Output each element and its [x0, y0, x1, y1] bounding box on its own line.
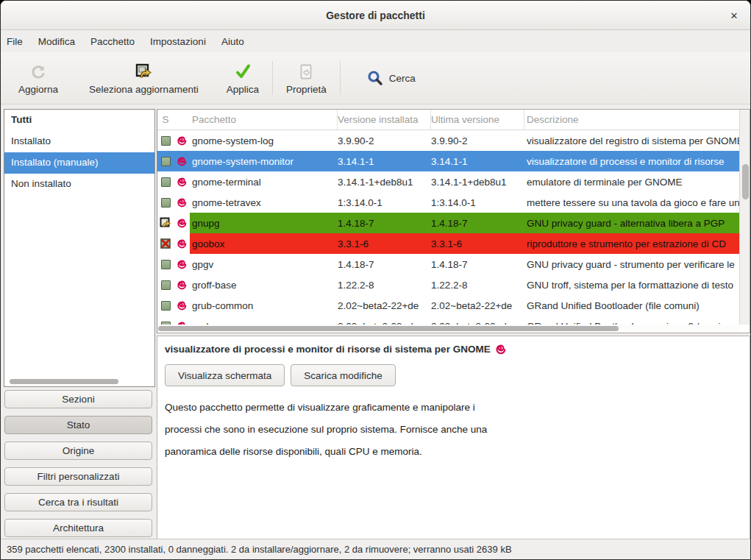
status-cell[interactable] [157, 213, 174, 233]
debian-swirl-icon [177, 238, 187, 249]
origin-cell [174, 274, 190, 295]
origin-cell [174, 233, 190, 254]
filter-list: Tutti Installato Installato (manuale) No… [4, 109, 155, 387]
package-table: S Pacchetto Versione installata Ultima v… [157, 109, 750, 333]
get-screenshot-button[interactable]: Visualizza schermata [165, 364, 285, 386]
search-button[interactable]: Cerca [357, 60, 426, 96]
status-cell[interactable] [157, 171, 174, 192]
filter-item-installato[interactable]: Installato [4, 131, 154, 152]
latest-version: 2.02~beta2-22+de [431, 316, 524, 325]
installed-version: 3.3.1-6 [338, 233, 431, 254]
filter-list-hscrollbar[interactable] [10, 379, 118, 384]
table-row[interactable]: gnome-terminal 3.14.1-1+deb8u1 3.14.1-1+… [157, 171, 739, 192]
vertical-scrollbar-thumb[interactable] [742, 164, 749, 199]
column-header-package[interactable]: Pacchetto [190, 110, 338, 130]
menu-modifica[interactable]: Modifica [38, 36, 75, 47]
custom-filters-button[interactable]: Filtri personalizzati [4, 467, 152, 486]
filter-item-tutti[interactable]: Tutti [4, 110, 154, 131]
package-name: gnome-terminal [190, 171, 338, 192]
details-description: Questo pacchetto permette di visualizzar… [165, 397, 750, 463]
column-header-origin[interactable] [174, 110, 190, 130]
table-row[interactable]: gpgv 1.4.18-7 1.4.18-7 GNU privacy guard… [157, 254, 739, 274]
status-button[interactable]: Stato [4, 416, 152, 434]
installed-status-icon [161, 136, 171, 146]
table-row[interactable]: gnome-system-log 3.9.90-2 3.9.90-2 visua… [157, 130, 739, 151]
details-title: visualizzatore di processi e monitor di … [165, 344, 491, 355]
latest-version: 1.22.2-8 [431, 274, 524, 295]
package-details-panel: visualizzatore di processi e monitor di … [157, 336, 750, 539]
table-row-marked-removal[interactable]: goobox 3.3.1-6 3.3.1-6 riproduttore e st… [157, 233, 739, 254]
origin-cell [174, 192, 190, 213]
filter-item-non-installato[interactable]: Non installato [4, 174, 154, 195]
apply-button[interactable]: Applica [218, 56, 268, 100]
filter-item-installato-manuale[interactable]: Installato (manuale) [4, 152, 154, 174]
column-header-description[interactable]: Descrizione [524, 110, 739, 130]
package-description: GNU privacy guard - strumento per verifi… [524, 254, 739, 274]
menu-pacchetto[interactable]: Pacchetto [90, 36, 135, 47]
reinstall-status-icon [160, 217, 171, 229]
debian-swirl-icon [177, 177, 187, 187]
table-vertical-scrollbar[interactable] [739, 110, 750, 325]
status-cell[interactable] [157, 192, 174, 213]
horizontal-scrollbar-thumb[interactable] [158, 326, 619, 331]
menu-impostazioni[interactable]: Impostazioni [150, 36, 206, 47]
debian-swirl-icon [177, 197, 187, 208]
latest-version: 3.9.90-2 [431, 130, 524, 151]
description-line: panoramica delle risorse disponibili, qu… [165, 441, 750, 463]
column-header-status[interactable]: S [157, 110, 174, 130]
menu-aiuto[interactable]: Aiuto [221, 36, 244, 47]
details-title-row: visualizzatore di processi e monitor di … [165, 344, 750, 355]
reload-button[interactable]: Aggiorna [10, 56, 67, 100]
mark-all-upgrades-button[interactable]: Seleziona aggiornamenti [80, 56, 207, 100]
installed-status-icon [161, 280, 171, 290]
close-icon[interactable]: ✕ [725, 1, 743, 30]
latest-version: 1.4.18-7 [431, 254, 524, 274]
table-row-selected[interactable]: gnome-system-monitor 3.14.1-1 3.14.1-1 v… [157, 151, 739, 171]
properties-button[interactable]: Proprietà [277, 56, 335, 100]
sections-button[interactable]: Sezioni [4, 390, 152, 408]
status-cell[interactable] [157, 254, 174, 274]
package-name: gnupg [190, 213, 338, 233]
latest-version: 3.3.1-6 [431, 233, 524, 254]
status-cell[interactable] [157, 295, 174, 316]
table-row[interactable]: gnome-tetravex 1:3.14.0-1 1:3.14.0-1 met… [157, 192, 739, 213]
status-cell[interactable] [157, 151, 174, 171]
properties-icon [297, 62, 315, 81]
package-name: grub-pc [190, 316, 338, 325]
latest-version: 3.14.1-1+deb8u1 [431, 171, 524, 192]
installed-status-icon [161, 260, 171, 269]
latest-version: 1:3.14.0-1 [431, 192, 524, 213]
origin-button[interactable]: Origine [4, 442, 152, 460]
table-row[interactable]: groff-base 1.22.2-8 1.22.2-8 GNU troff, … [157, 274, 739, 295]
mark-upgrades-icon [134, 62, 153, 81]
table-horizontal-scrollbar[interactable] [157, 325, 739, 333]
refresh-icon [29, 62, 47, 81]
installed-version: 1.22.2-8 [338, 274, 431, 295]
status-cell[interactable] [157, 130, 174, 151]
toolbar-separator [272, 61, 273, 95]
status-cell[interactable] [157, 233, 174, 254]
column-header-latest-version[interactable]: Ultima versione [431, 110, 524, 130]
package-name: gnome-system-log [190, 130, 338, 151]
package-name: groff-base [190, 274, 338, 295]
latest-version: 1.4.18-7 [431, 213, 524, 233]
origin-cell [174, 171, 190, 192]
menu-file[interactable]: File [7, 36, 23, 47]
table-row[interactable]: grub-common 2.02~beta2-22+de 2.02~beta2-… [157, 295, 739, 316]
search-results-button[interactable]: Cerca tra i risultati [4, 493, 152, 511]
table-row-marked-reinstall[interactable]: gnupg 1.4.18-7 1.4.18-7 GNU privacy guar… [157, 213, 739, 233]
architecture-button[interactable]: Architettura [4, 519, 152, 537]
installed-status-icon [161, 198, 171, 208]
get-changelog-button[interactable]: Scarica modifiche [291, 364, 396, 386]
installed-status-icon [161, 157, 171, 166]
latest-version: 3.14.1-1 [431, 151, 524, 171]
debian-swirl-icon [177, 259, 187, 269]
table-row[interactable]: grub-pc 2.02~beta2-22+de 2.02~beta2-22+d… [157, 316, 739, 325]
installed-status-icon [161, 301, 171, 311]
origin-cell [174, 254, 190, 274]
status-cell[interactable] [157, 274, 174, 295]
column-header-installed-version[interactable]: Versione installata [338, 110, 431, 130]
properties-label: Proprietà [286, 84, 327, 95]
description-line: processi che sono in esecuzione sul prop… [165, 419, 750, 441]
status-cell[interactable] [157, 316, 174, 325]
